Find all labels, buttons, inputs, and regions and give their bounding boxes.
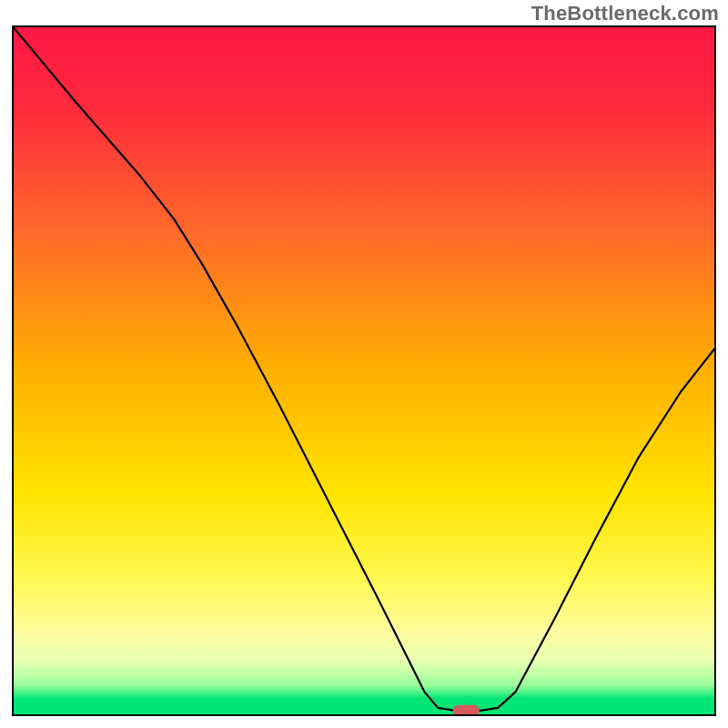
bottleneck-chart bbox=[12, 25, 716, 716]
chart-container: TheBottleneck.com bbox=[0, 0, 728, 728]
svg-rect-0 bbox=[12, 25, 716, 716]
chart-svg bbox=[12, 25, 716, 716]
watermark-label: TheBottleneck.com bbox=[531, 2, 719, 25]
